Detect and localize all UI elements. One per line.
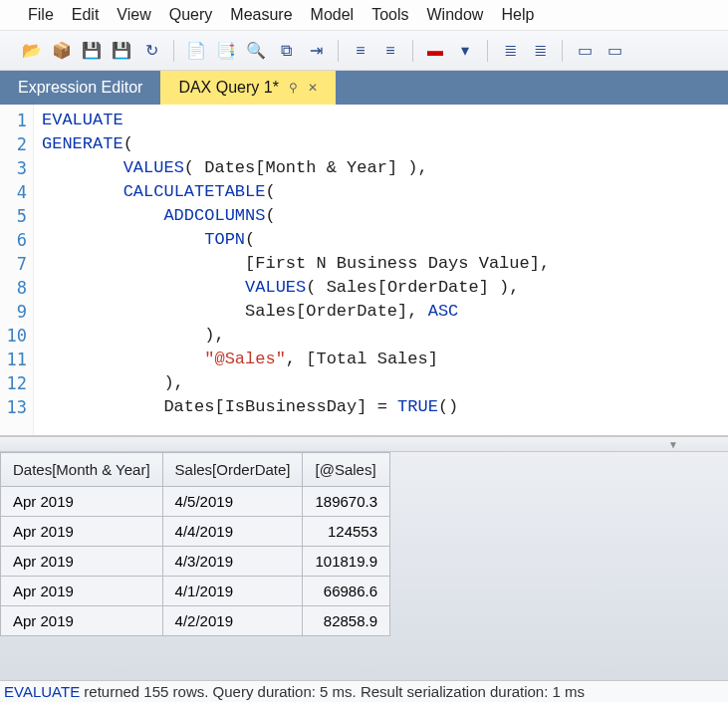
close-icon[interactable]: ✕ <box>308 81 318 95</box>
table-row[interactable]: Apr 20194/3/2019101819.9 <box>1 547 390 577</box>
table-cell: 4/1/2019 <box>162 577 303 606</box>
toolbar-button-7[interactable]: 📑 <box>214 39 238 63</box>
toolbar-button-16[interactable]: ▾ <box>453 39 477 63</box>
table-cell: 101819.9 <box>303 547 390 577</box>
status-keyword: EVALUATE <box>4 683 80 700</box>
toolbar-button-12[interactable]: ≡ <box>349 39 372 63</box>
splitter-handle[interactable]: ▼ <box>0 436 728 452</box>
table-cell: Apr 2019 <box>1 547 163 577</box>
toolbar-button-6[interactable]: 📄 <box>184 39 208 63</box>
toolbar-button-3[interactable]: 💾 <box>110 39 133 63</box>
code-area[interactable]: EVALUATE GENERATE( VALUES( Dates[Month &… <box>34 105 728 435</box>
menu-view[interactable]: View <box>117 6 150 24</box>
status-text: returned 155 rows. Query duration: 5 ms.… <box>80 683 585 700</box>
code-editor[interactable]: 12345678910111213 EVALUATE GENERATE( VAL… <box>0 105 728 436</box>
table-cell: Apr 2019 <box>1 606 163 636</box>
menu-help[interactable]: Help <box>501 6 534 24</box>
toolbar-button-1[interactable]: 📦 <box>50 39 74 63</box>
menu-tools[interactable]: Tools <box>371 6 408 24</box>
toolbar-button-0[interactable]: 📂 <box>20 39 44 63</box>
toolbar-button-19[interactable]: ≣ <box>528 39 552 63</box>
status-bar: EVALUATE returned 155 rows. Query durati… <box>0 680 728 702</box>
tab-label: DAX Query 1* <box>178 79 278 97</box>
menu-window[interactable]: Window <box>427 6 484 24</box>
toolbar-button-4[interactable]: ↻ <box>139 39 163 63</box>
table-cell: 4/3/2019 <box>162 547 303 577</box>
table-row[interactable]: Apr 20194/4/2019124553 <box>1 517 390 547</box>
table-cell: 82858.9 <box>303 606 390 636</box>
tab-label: Expression Editor <box>18 79 142 97</box>
toolbar-button-15[interactable]: ▬ <box>423 39 447 63</box>
menu-edit[interactable]: Edit <box>72 6 100 24</box>
pin-icon[interactable]: ⚲ <box>289 81 298 95</box>
table-cell: Apr 2019 <box>1 577 163 606</box>
toolbar-button-2[interactable]: 💾 <box>80 39 104 63</box>
table-row[interactable]: Apr 20194/5/2019189670.3 <box>1 487 390 517</box>
toolbar-separator <box>487 40 488 62</box>
line-gutter: 12345678910111213 <box>0 105 34 435</box>
toolbar: 📂📦💾💾↻📄📑🔍⧉⇥≡≡▬▾≣≣▭▭ <box>0 31 728 71</box>
toolbar-button-21[interactable]: ▭ <box>573 39 597 63</box>
menubar: FileEditViewQueryMeasureModelToolsWindow… <box>0 0 728 31</box>
tab-expression-editor[interactable]: Expression Editor <box>0 71 160 105</box>
toolbar-separator <box>173 40 174 62</box>
table-cell: 4/5/2019 <box>162 487 303 517</box>
table-cell: 189670.3 <box>303 487 390 517</box>
column-header[interactable]: Sales[OrderDate] <box>162 453 303 487</box>
toolbar-button-22[interactable]: ▭ <box>603 39 626 63</box>
menu-measure[interactable]: Measure <box>230 6 292 24</box>
table-cell: 124553 <box>303 517 390 547</box>
toolbar-separator <box>338 40 339 62</box>
toolbar-button-13[interactable]: ≡ <box>378 39 402 63</box>
table-cell: 66986.6 <box>303 577 390 606</box>
column-header[interactable]: [@Sales] <box>303 453 390 487</box>
table-cell: Apr 2019 <box>1 517 163 547</box>
table-row[interactable]: Apr 20194/2/201982858.9 <box>1 606 390 636</box>
table-row[interactable]: Apr 20194/1/201966986.6 <box>1 577 390 606</box>
table-cell: 4/2/2019 <box>162 606 303 636</box>
toolbar-separator <box>562 40 563 62</box>
table-cell: 4/4/2019 <box>162 517 303 547</box>
column-header[interactable]: Dates[Month & Year] <box>1 453 163 487</box>
toolbar-button-18[interactable]: ≣ <box>498 39 522 63</box>
toolbar-button-10[interactable]: ⇥ <box>304 39 328 63</box>
toolbar-button-9[interactable]: ⧉ <box>274 39 298 63</box>
results-pane: Dates[Month & Year]Sales[OrderDate][@Sal… <box>0 452 728 680</box>
menu-query[interactable]: Query <box>169 6 213 24</box>
menu-file[interactable]: File <box>28 6 54 24</box>
toolbar-button-8[interactable]: 🔍 <box>244 39 268 63</box>
tabstrip: Expression Editor DAX Query 1* ⚲ ✕ <box>0 71 728 105</box>
results-table: Dates[Month & Year]Sales[OrderDate][@Sal… <box>0 452 390 636</box>
tab-dax-query[interactable]: DAX Query 1* ⚲ ✕ <box>160 71 335 105</box>
toolbar-separator <box>412 40 413 62</box>
menu-model[interactable]: Model <box>311 6 355 24</box>
table-cell: Apr 2019 <box>1 487 163 517</box>
